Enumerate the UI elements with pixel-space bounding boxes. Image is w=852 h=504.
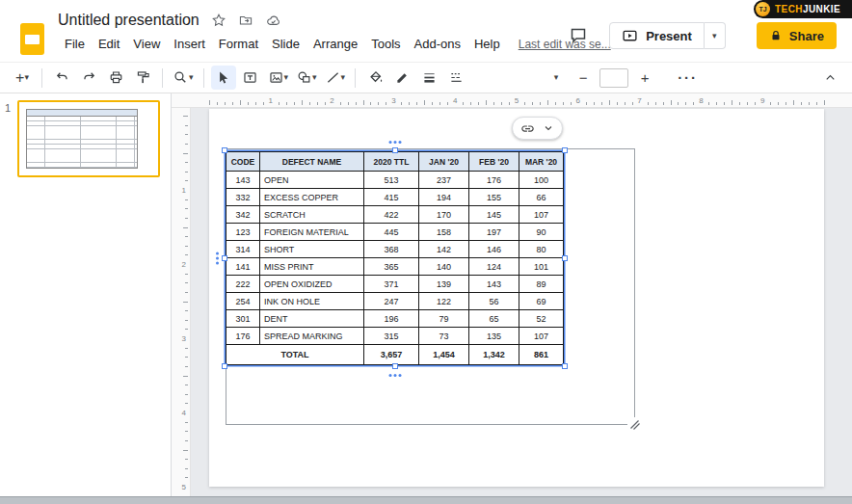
table-cell[interactable]: 197 <box>469 224 519 241</box>
slide-thumbnail-row[interactable]: 1 <box>0 100 171 177</box>
menu-format[interactable]: Format <box>212 35 265 53</box>
zoom-button[interactable]: ▾ <box>170 66 197 90</box>
new-slide-button[interactable]: + ▾ <box>10 66 35 90</box>
table-cell[interactable]: 73 <box>419 328 469 345</box>
table-cell[interactable]: 314 <box>226 241 260 258</box>
cloud-status-icon[interactable] <box>265 13 281 29</box>
selection-handle[interactable] <box>392 147 398 153</box>
table-cell[interactable]: MISS PRINT <box>260 258 364 276</box>
table-header-cell[interactable]: CODE <box>226 152 260 172</box>
table-cell[interactable]: 254 <box>226 293 260 310</box>
text-box-button[interactable] <box>238 66 263 90</box>
table-cell[interactable]: 107 <box>519 328 564 345</box>
table-cell[interactable]: 52 <box>519 310 564 328</box>
paint-format-button[interactable] <box>130 66 155 90</box>
slides-logo[interactable] <box>20 23 44 55</box>
table-cell[interactable]: 368 <box>364 241 419 258</box>
table-drag-handle-bottom[interactable] <box>388 374 401 377</box>
redo-button[interactable] <box>76 66 101 90</box>
linked-table-chip[interactable] <box>512 117 563 140</box>
table-cell[interactable]: 143 <box>226 172 260 189</box>
table-cell[interactable]: 89 <box>519 276 564 293</box>
table-cell[interactable]: 100 <box>519 172 564 189</box>
menu-edit[interactable]: Edit <box>92 35 126 53</box>
table-total-cell[interactable]: 1,342 <box>469 345 519 365</box>
border-color-button[interactable] <box>389 66 414 90</box>
selection-handle[interactable] <box>222 147 227 153</box>
table-cell[interactable]: 415 <box>364 189 419 206</box>
print-button[interactable] <box>103 66 128 90</box>
table-cell[interactable]: 145 <box>469 206 519 224</box>
move-folder-icon[interactable] <box>238 13 253 28</box>
table-cell[interactable]: 158 <box>419 224 469 241</box>
table-cell[interactable]: OPEN <box>260 172 364 189</box>
table-cell[interactable]: SPREAD MARKING <box>260 328 364 345</box>
table-cell[interactable]: 176 <box>226 328 260 345</box>
table-total-label[interactable]: TOTAL <box>226 345 364 365</box>
selection-handle[interactable] <box>222 255 227 261</box>
table-cell[interactable]: 513 <box>364 172 419 189</box>
table-cell[interactable]: 342 <box>226 206 260 224</box>
fill-color-button[interactable] <box>362 66 387 90</box>
menu-slide[interactable]: Slide <box>265 35 306 53</box>
menu-file[interactable]: File <box>58 35 92 53</box>
table-drag-handle-top[interactable] <box>388 141 401 144</box>
table-header-cell[interactable]: MAR '20 <box>519 152 564 172</box>
select-tool-button[interactable] <box>211 66 236 90</box>
table-cell[interactable]: 124 <box>469 258 519 276</box>
table-header-cell[interactable]: 2020 TTL <box>364 152 419 172</box>
table-cell[interactable]: 143 <box>469 276 519 293</box>
table-cell[interactable]: 146 <box>469 241 519 258</box>
star-icon[interactable] <box>211 13 226 28</box>
table-cell[interactable]: 123 <box>226 224 260 241</box>
present-dropdown-button[interactable]: ▾ <box>705 22 726 49</box>
comments-icon[interactable] <box>569 26 588 45</box>
minus-button[interactable]: − <box>571 66 596 90</box>
table-cell[interactable]: 247 <box>364 293 419 310</box>
menu-tools[interactable]: Tools <box>364 35 407 53</box>
table-cell[interactable]: 66 <box>519 189 564 206</box>
table-cell[interactable]: OPEN OXIDIZED <box>260 276 364 293</box>
table-cell[interactable]: 365 <box>364 258 419 276</box>
selection-handle[interactable] <box>222 363 227 369</box>
menu-arrange[interactable]: Arrange <box>306 35 364 53</box>
spinner-input[interactable] <box>599 68 628 88</box>
document-title[interactable]: Untitled presentation <box>58 12 200 29</box>
table-cell[interactable]: 79 <box>419 310 469 328</box>
table-cell[interactable]: 422 <box>364 206 419 224</box>
table-cell[interactable]: 122 <box>419 293 469 310</box>
border-weight-button[interactable] <box>416 66 441 90</box>
table-cell[interactable]: 140 <box>419 258 469 276</box>
collapse-toolbar-button[interactable] <box>817 66 842 90</box>
table-cell[interactable]: INK ON HOLE <box>260 293 364 310</box>
table-header-cell[interactable]: JAN '20 <box>419 152 469 172</box>
table-cell[interactable]: 135 <box>469 328 519 345</box>
table-cell[interactable]: 194 <box>419 189 469 206</box>
canvas[interactable]: CODEDEFECT NAME2020 TTLJAN '20FEB '20MAR… <box>191 108 852 496</box>
selection-handle[interactable] <box>562 255 568 261</box>
table-cell[interactable]: 90 <box>519 224 564 241</box>
slide-thumbnail-1[interactable] <box>17 100 160 177</box>
table-total-cell[interactable]: 861 <box>519 345 564 365</box>
menu-view[interactable]: View <box>126 35 167 53</box>
table-cell[interactable]: FOREIGN MATERIAL <box>260 224 364 241</box>
table-cell[interactable]: 371 <box>364 276 419 293</box>
slide-canvas[interactable]: CODEDEFECT NAME2020 TTLJAN '20FEB '20MAR… <box>209 109 824 487</box>
table-header-cell[interactable]: DEFECT NAME <box>260 152 364 172</box>
table-cell[interactable]: EXCESS COPPER <box>260 189 364 206</box>
table-cell[interactable]: 142 <box>419 241 469 258</box>
present-button[interactable]: Present <box>609 22 705 49</box>
table-drag-handle-left[interactable] <box>216 252 219 265</box>
table-cell[interactable]: 176 <box>469 172 519 189</box>
defect-table-el[interactable]: CODEDEFECT NAME2020 TTLJAN '20FEB '20MAR… <box>226 151 564 365</box>
table-cell[interactable]: 332 <box>226 189 260 206</box>
insert-line-button[interactable]: ▾ <box>322 66 349 90</box>
menu-add-ons[interactable]: Add-ons <box>408 35 467 53</box>
table-cell[interactable]: 80 <box>519 241 564 258</box>
resize-handle-icon[interactable] <box>627 417 642 432</box>
table-cell[interactable]: SCRATCH <box>260 206 364 224</box>
defect-table[interactable]: CODEDEFECT NAME2020 TTLJAN '20FEB '20MAR… <box>226 151 564 365</box>
selection-handle[interactable] <box>562 363 568 369</box>
table-cell[interactable]: 237 <box>419 172 469 189</box>
table-header-cell[interactable]: FEB '20 <box>469 152 519 172</box>
